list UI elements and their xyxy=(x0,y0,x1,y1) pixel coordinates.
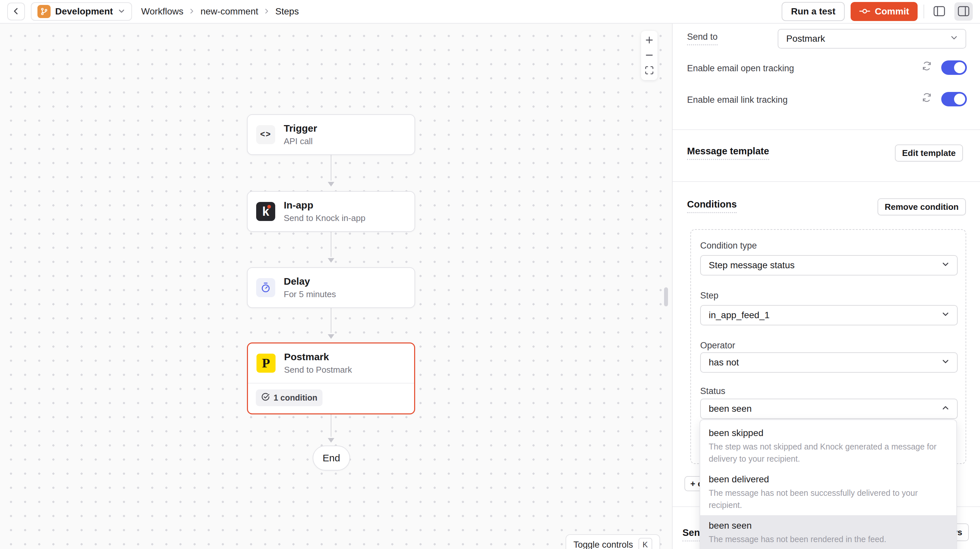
minus-icon xyxy=(645,51,654,61)
edge-delay-postmark xyxy=(331,308,331,333)
open-tracking-toggle[interactable] xyxy=(941,60,967,75)
arrowhead-icon xyxy=(328,258,334,263)
toggle-right-panel-button[interactable] xyxy=(955,2,973,21)
edge-trigger-inapp xyxy=(331,155,331,181)
expand-icon xyxy=(644,65,654,76)
branch-icon xyxy=(37,5,51,18)
arrowhead-icon xyxy=(328,182,334,186)
breadcrumb-workflow-name[interactable]: new-comment xyxy=(200,6,258,17)
send-windows-heading-partial: Sen xyxy=(682,527,700,541)
link-tracking-toggle[interactable] xyxy=(941,92,967,107)
environment-switcher[interactable]: Development xyxy=(31,2,132,21)
open-tracking-label: Enable email open tracking xyxy=(687,64,794,73)
knock-logo-icon: k xyxy=(256,202,275,221)
status-dropdown-menu: been skipped The step was not skipped an… xyxy=(700,419,957,549)
node-title: Delay xyxy=(284,276,336,287)
commit-icon xyxy=(859,6,870,17)
operator-select[interactable]: has not xyxy=(700,352,958,373)
dropdown-option-been-skipped[interactable]: been skipped The step was not skipped an… xyxy=(700,423,956,469)
chevron-down-icon xyxy=(941,357,950,368)
step-value: in_app_feed_1 xyxy=(709,310,770,320)
dropdown-option-been-delivered[interactable]: been delivered The message has not been … xyxy=(700,469,956,515)
operator-label: Operator xyxy=(700,341,735,351)
edit-template-button[interactable]: Edit template xyxy=(895,145,963,162)
node-title: Trigger xyxy=(284,123,317,134)
environment-label: Development xyxy=(55,6,113,17)
chevron-down-icon xyxy=(118,7,126,16)
operator-value: has not xyxy=(709,357,739,368)
back-button[interactable] xyxy=(7,3,25,21)
send-to-select[interactable]: Postmark xyxy=(778,29,966,49)
node-subtitle: API call xyxy=(284,136,317,146)
commit-button[interactable]: Commit xyxy=(851,2,918,21)
node-title: Postmark xyxy=(284,351,352,363)
chevron-right-icon xyxy=(189,6,195,17)
status-value: been seen xyxy=(709,404,752,414)
chevron-right-icon xyxy=(263,6,270,17)
node-title: In-app xyxy=(284,200,366,211)
node-trigger[interactable]: <> Trigger API call xyxy=(247,114,415,155)
arrowhead-icon xyxy=(328,334,334,339)
step-config-panel: Send to Postmark Enable email open track… xyxy=(672,24,980,549)
send-to-label: Send to xyxy=(687,32,718,45)
chevron-left-icon xyxy=(11,6,21,17)
condition-type-label: Condition type xyxy=(700,241,757,251)
canvas-zoom-controls xyxy=(641,31,657,80)
node-in-app[interactable]: k In-app Send to Knock in-app xyxy=(247,191,415,232)
check-circle-icon xyxy=(261,392,270,403)
chevron-down-icon xyxy=(941,260,950,271)
code-icon: <> xyxy=(256,125,275,144)
keyboard-shortcut-badge: K xyxy=(638,538,652,549)
toggle-left-panel-button[interactable] xyxy=(930,2,948,21)
condition-count-badge: 1 condition xyxy=(256,390,323,406)
breadcrumb-workflows[interactable]: Workflows xyxy=(141,6,184,17)
node-end[interactable]: End xyxy=(313,446,350,471)
section-divider xyxy=(673,129,980,130)
edge-inapp-delay xyxy=(331,232,331,257)
condition-type-value: Step message status xyxy=(709,260,794,271)
send-to-value: Postmark xyxy=(786,33,825,44)
breadcrumb-steps[interactable]: Steps xyxy=(275,6,299,17)
chevron-up-icon xyxy=(941,404,950,414)
toolbar-divider xyxy=(924,5,924,18)
conditions-heading: Conditions xyxy=(687,199,737,213)
zoom-in-button[interactable] xyxy=(641,33,657,48)
top-bar-actions: Run a test Commit xyxy=(782,2,973,21)
arrowhead-icon xyxy=(328,438,334,442)
fit-view-button[interactable] xyxy=(641,63,657,78)
dropdown-option-been-seen[interactable]: been seen The message has not been rende… xyxy=(700,515,956,549)
condition-type-select[interactable]: Step message status xyxy=(700,255,958,275)
stopwatch-icon xyxy=(256,278,275,297)
postmark-logo-icon: P xyxy=(256,353,275,373)
edge-postmark-end xyxy=(331,413,331,437)
breadcrumb: Workflows new-comment Steps xyxy=(141,6,299,17)
panel-right-icon xyxy=(958,6,969,18)
plus-icon xyxy=(645,35,654,46)
node-subtitle: For 5 minutes xyxy=(284,289,336,299)
panel-resize-handle[interactable] xyxy=(664,287,668,306)
chevron-down-icon xyxy=(950,33,958,45)
workflow-canvas[interactable]: <> Trigger API call k In-app Send to Kno… xyxy=(0,24,672,549)
sync-icon xyxy=(921,92,932,104)
chevron-down-icon xyxy=(941,310,950,321)
status-label: Status xyxy=(700,386,725,396)
link-tracking-label: Enable email link tracking xyxy=(687,95,788,105)
commit-label: Commit xyxy=(875,6,909,17)
panel-left-icon xyxy=(933,6,945,18)
node-subtitle: Send to Knock in-app xyxy=(284,213,366,223)
remove-condition-button[interactable]: Remove condition xyxy=(878,198,966,215)
toggle-controls-label: Toggle controls xyxy=(573,540,633,549)
step-label: Step xyxy=(700,291,719,301)
toggle-controls-button[interactable]: Toggle controls K xyxy=(566,534,660,549)
node-delay[interactable]: Delay For 5 minutes xyxy=(247,267,415,308)
node-subtitle: Send to Postmark xyxy=(284,365,352,375)
node-postmark[interactable]: P Postmark Send to Postmark 1 condition xyxy=(247,342,415,414)
zoom-out-button[interactable] xyxy=(641,48,657,63)
run-a-test-button[interactable]: Run a test xyxy=(782,2,844,21)
section-divider xyxy=(673,181,980,182)
step-select[interactable]: in_app_feed_1 xyxy=(700,305,958,325)
message-template-heading: Message template xyxy=(687,146,769,160)
workflow-editor: Development Workflows new-comment Steps … xyxy=(0,0,980,549)
sync-icon xyxy=(921,61,932,73)
status-combobox[interactable]: been seen xyxy=(700,399,958,419)
